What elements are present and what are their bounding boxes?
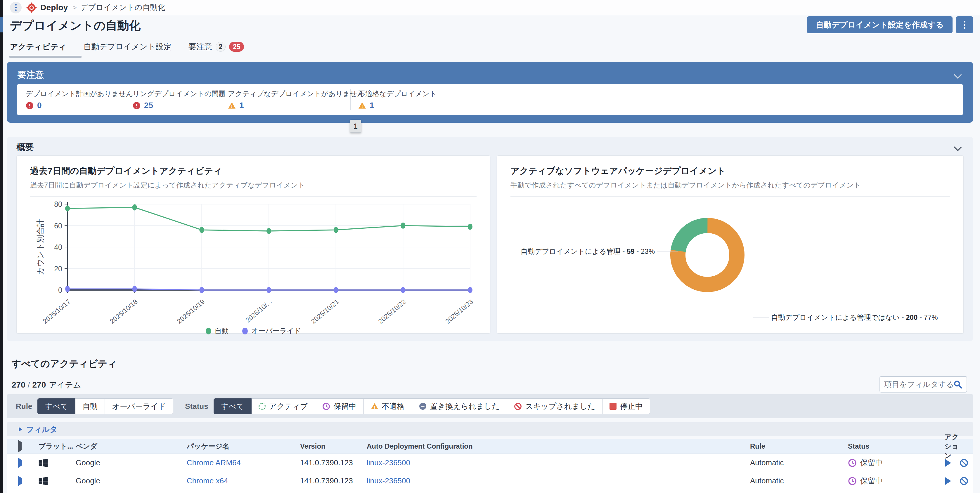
- expand-triangle-icon: [19, 427, 22, 432]
- cell-adc-link[interactable]: linux-236500: [367, 458, 750, 467]
- stat-no-deployment-plan[interactable]: デプロイメント計画がありません ! 0: [26, 89, 125, 110]
- status-filter-group: すべて アクティブ 保留中 !不適格 置き換えられました スキップされました 停…: [213, 398, 651, 414]
- col-vendor[interactable]: ベンダ: [76, 442, 187, 451]
- svg-text:2025/10/18: 2025/10/18: [108, 298, 139, 324]
- resume-action-icon[interactable]: [944, 458, 952, 467]
- status-chip-active[interactable]: アクティブ: [251, 398, 315, 414]
- stat-ring-deployment-issues[interactable]: リングデプロイメントの問題 ! 25: [133, 89, 220, 110]
- breadcrumb-brand[interactable]: Deploy: [40, 3, 68, 12]
- rule-chip-automatic[interactable]: 自動: [75, 398, 105, 414]
- rule-chip-override[interactable]: オーバーライド: [105, 398, 173, 414]
- donut-chart-title: アクティブなソフトウェアパッケージデプロイメント: [511, 165, 950, 177]
- skipped-icon: [514, 402, 522, 410]
- app-menu-kebab-icon[interactable]: [10, 2, 22, 13]
- cell-package-link[interactable]: Chrome ARM64: [187, 458, 300, 467]
- col-version[interactable]: Version: [300, 442, 367, 450]
- rule-chip-all[interactable]: すべて: [37, 398, 75, 414]
- legend-dot-purple: [242, 328, 248, 334]
- legend-item-auto[interactable]: 自動: [206, 326, 229, 336]
- line-chart-title: 過去7日間の自動デプロイメントアクティビティ: [30, 165, 477, 177]
- cell-rule: Automatic: [750, 476, 848, 485]
- resume-action-icon[interactable]: [944, 477, 952, 485]
- active-spinner-icon: [259, 403, 266, 410]
- cancel-action-icon[interactable]: [959, 477, 968, 485]
- status-chip-stopped[interactable]: 停止中: [602, 398, 650, 414]
- attention-alert-badge: 25: [229, 42, 244, 52]
- filter-chips-bar: Rule すべて 自動 オーバーライド Status すべて アクティブ 保留中…: [7, 394, 973, 418]
- legend-dot-green: [206, 328, 211, 334]
- cell-package-link[interactable]: Chrome x64: [187, 476, 300, 485]
- warning-icon: !: [228, 102, 236, 110]
- header-expand-icon[interactable]: [18, 440, 22, 452]
- svg-text:!: !: [136, 103, 138, 109]
- col-adc[interactable]: Auto Deployment Configuration: [367, 442, 750, 450]
- svg-text:!: !: [29, 103, 31, 109]
- attention-stats-card: デプロイメント計画がありません ! 0 リングデプロイメントの問題 ! 25 ア…: [17, 84, 963, 115]
- tab-auto-deployment-configs[interactable]: 自動デプロイメント設定: [83, 41, 171, 58]
- breadcrumb-page: デプロイメントの自動化: [80, 2, 165, 13]
- donut-leader-line-green: [657, 251, 678, 251]
- warning-icon: !: [371, 402, 379, 410]
- create-auto-deployment-config-button[interactable]: 自動デプロイメント設定を作成する: [807, 16, 953, 33]
- cell-version: 141.0.7390.123: [300, 476, 367, 485]
- cell-adc-link[interactable]: linux-236500: [367, 476, 750, 485]
- row-expand-icon[interactable]: [18, 458, 22, 468]
- attention-count-badge: 2: [216, 42, 226, 52]
- top-bar: Deploy > デプロイメントの自動化: [3, 0, 980, 15]
- svg-text:80: 80: [54, 200, 62, 208]
- attention-banner-title: 要注意: [18, 69, 44, 81]
- tab-activity[interactable]: アクティビティ: [10, 41, 66, 58]
- svg-text:2025/10/...: 2025/10/...: [244, 298, 273, 324]
- stat-no-active-deployments[interactable]: アクティブなデプロイメントがありません ! 1: [228, 89, 351, 110]
- overview-section: 概要 過去7日間の自動デプロイメントアクティビティ 過去7日間に自動デプロイメン…: [7, 137, 973, 341]
- filter-expander-row[interactable]: フィルタ: [7, 422, 973, 436]
- tab-attention[interactable]: 要注意 2 25: [188, 41, 244, 58]
- deploy-automation-page: Deploy > デプロイメントの自動化 デプロイメントの自動化 自動デプロイメ…: [0, 0, 980, 493]
- header-kebab-menu-button[interactable]: [956, 16, 973, 33]
- status-chip-all[interactable]: すべて: [213, 398, 251, 414]
- overview-collapse-chevron-icon[interactable]: [955, 144, 961, 150]
- status-chip-skipped[interactable]: スキップされました: [507, 398, 603, 414]
- svg-text:2025/10/21: 2025/10/21: [310, 298, 340, 324]
- page-title: デプロイメントの自動化: [10, 17, 141, 33]
- status-chip-pending[interactable]: 保留中: [315, 398, 364, 414]
- cell-version: 141.0.7390.123: [300, 458, 367, 467]
- tab-bar: アクティビティ 自動デプロイメント設定 要注意 2 25: [10, 41, 244, 58]
- deploy-logo-icon: [26, 2, 37, 13]
- overview-title: 概要: [16, 142, 34, 153]
- all-activity-title: すべてのアクティビティ: [12, 358, 117, 371]
- status-chip-replaced[interactable]: 置き換えられました: [412, 398, 507, 414]
- row-expand-icon[interactable]: [18, 476, 22, 486]
- cancel-action-icon[interactable]: [959, 458, 968, 467]
- filter-items-search: [880, 376, 967, 393]
- left-rail-indicator: [0, 17, 3, 32]
- attention-collapse-chevron-icon[interactable]: [955, 72, 961, 78]
- svg-text:2025/10/19: 2025/10/19: [176, 298, 206, 324]
- error-icon: !: [133, 102, 140, 110]
- donut-chart-card: アクティブなソフトウェアパッケージデプロイメント 手動で作成されたすべてのデプロ…: [497, 155, 964, 334]
- line-chart-card: 過去7日間の自動デプロイメントアクティビティ 過去7日間に自動デプロイメント設定…: [16, 155, 490, 334]
- status-chip-ineligible[interactable]: !不適格: [363, 398, 412, 414]
- table-row: Google Chrome ARM64 141.0.7390.123 linux…: [7, 454, 973, 472]
- svg-text:2025/10/22: 2025/10/22: [377, 298, 407, 324]
- attention-pager-button[interactable]: 1: [350, 120, 361, 133]
- cell-status: 保留中: [848, 458, 944, 468]
- legend-item-override[interactable]: オーバーライド: [242, 326, 301, 336]
- col-status[interactable]: Status: [848, 442, 944, 450]
- rule-filter-group: すべて 自動 オーバーライド: [37, 398, 173, 414]
- col-package[interactable]: パッケージ名: [187, 442, 300, 451]
- col-platform[interactable]: プラット...: [38, 442, 76, 451]
- stat-ineligible-deployments[interactable]: 不適格なデプロイメント ! 1: [358, 89, 458, 110]
- table-row: Google Chrome x64 141.0.7390.123 linux-2…: [7, 472, 973, 490]
- search-icon[interactable]: [953, 380, 963, 389]
- active-package-deployments-donut-chart: [662, 210, 752, 300]
- search-input[interactable]: [884, 380, 953, 389]
- warning-icon: !: [358, 102, 366, 110]
- svg-text:2025/10/17: 2025/10/17: [41, 298, 72, 324]
- col-actions: アクション: [944, 432, 973, 460]
- col-rule[interactable]: Rule: [750, 442, 848, 450]
- clock-icon: [848, 458, 857, 467]
- svg-text:20: 20: [54, 265, 62, 273]
- cell-rule: Automatic: [750, 458, 848, 467]
- svg-text:!: !: [231, 104, 232, 109]
